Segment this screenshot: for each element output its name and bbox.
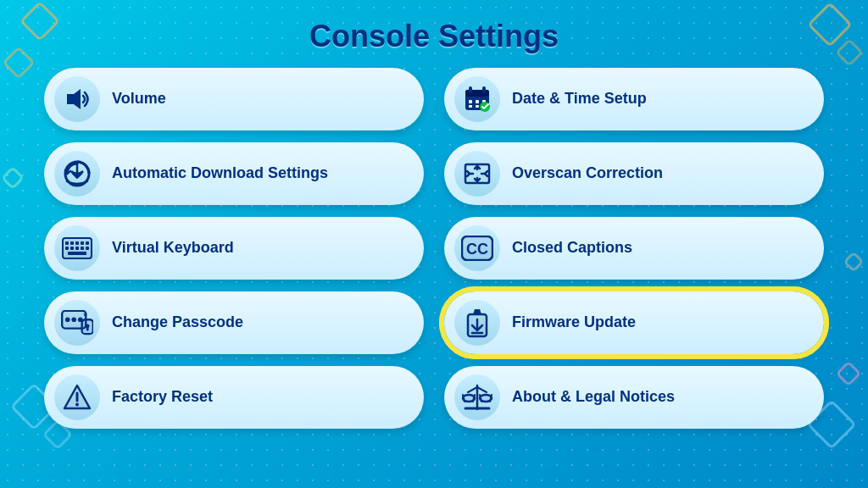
svg-rect-18 — [86, 241, 89, 245]
svg-point-40 — [75, 403, 79, 407]
cc-icon: CC — [454, 225, 500, 271]
svg-rect-15 — [70, 241, 74, 245]
menu-button-label-firmware-update: Firmware Update — [512, 313, 636, 332]
svg-rect-4 — [482, 86, 486, 93]
menu-button-closed-captions[interactable]: CC Closed Captions — [444, 217, 824, 280]
svg-marker-0 — [67, 89, 81, 109]
svg-line-43 — [477, 387, 487, 392]
menu-button-label-legal-notices: About & Legal Notices — [512, 388, 675, 407]
menu-button-label-factory-reset: Factory Reset — [112, 388, 213, 407]
menu-button-virtual-keyboard[interactable]: Virtual Keyboard — [44, 217, 424, 280]
svg-text:CC: CC — [466, 241, 488, 258]
svg-rect-17 — [81, 241, 84, 245]
menu-button-label-volume: Volume — [112, 90, 166, 108]
menu-button-auto-download[interactable]: Automatic Download Settings — [44, 142, 424, 205]
svg-rect-14 — [65, 241, 69, 245]
menu-button-firmware-update[interactable]: Firmware Update — [444, 291, 824, 354]
menu-button-volume[interactable]: Volume — [44, 68, 424, 130]
overscan-icon — [454, 151, 500, 197]
volume-icon — [54, 76, 100, 122]
svg-rect-6 — [476, 100, 479, 103]
svg-rect-21 — [75, 247, 79, 250]
keyboard-icon — [54, 225, 100, 271]
menu-button-label-change-passcode: Change Passcode — [112, 313, 243, 332]
svg-rect-22 — [81, 247, 84, 250]
warning-icon — [54, 374, 100, 420]
svg-rect-8 — [469, 105, 472, 108]
svg-rect-9 — [476, 105, 479, 108]
passcode-icon: * — [54, 300, 100, 346]
page-title: Console Settings — [0, 0, 868, 68]
svg-rect-34 — [86, 327, 89, 331]
menu-button-factory-reset[interactable]: Factory Reset — [44, 366, 424, 429]
calendar-icon — [454, 76, 500, 122]
menu-button-label-date-time: Date & Time Setup — [512, 90, 647, 108]
legal-icon — [454, 374, 500, 420]
settings-grid: Volume Date & Time Setup — [0, 68, 868, 429]
menu-button-label-virtual-keyboard: Virtual Keyboard — [112, 239, 234, 258]
svg-rect-20 — [70, 247, 74, 250]
download-icon — [54, 151, 100, 197]
svg-rect-3 — [469, 86, 472, 93]
svg-rect-16 — [75, 241, 79, 245]
menu-button-label-closed-captions: Closed Captions — [512, 239, 632, 258]
svg-point-29 — [71, 317, 76, 322]
menu-button-date-time[interactable]: Date & Time Setup — [444, 68, 824, 130]
svg-rect-24 — [68, 252, 86, 255]
menu-button-label-overscan: Overscan Correction — [512, 164, 663, 183]
menu-button-label-auto-download: Automatic Download Settings — [112, 164, 328, 183]
firmware-icon — [454, 300, 500, 346]
svg-rect-5 — [469, 100, 472, 103]
menu-button-change-passcode[interactable]: * Change Passcode — [44, 291, 424, 354]
svg-rect-19 — [65, 247, 69, 250]
menu-button-overscan[interactable]: Overscan Correction — [444, 142, 824, 205]
menu-button-legal-notices[interactable]: About & Legal Notices — [444, 366, 824, 429]
svg-line-42 — [468, 387, 477, 392]
svg-point-28 — [65, 317, 70, 322]
svg-rect-23 — [86, 247, 89, 250]
